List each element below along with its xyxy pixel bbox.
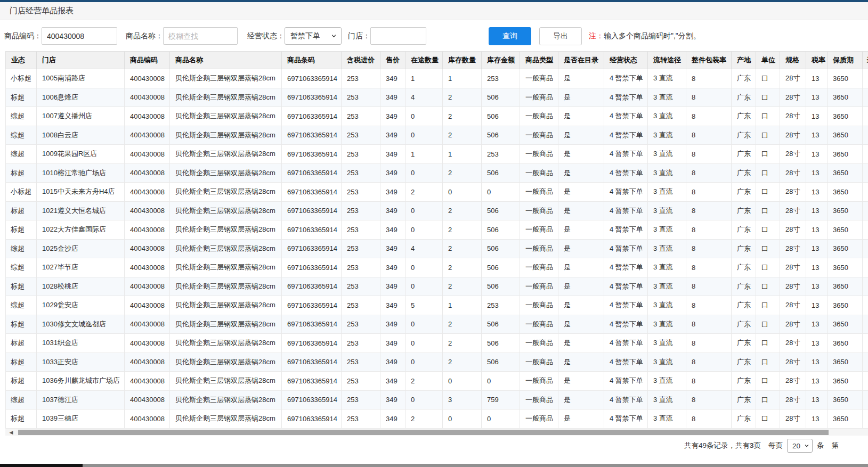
cell-in_transit: 0 [405,353,443,372]
product-code-input[interactable] [42,27,117,45]
scrollbar-thumb[interactable] [18,430,829,435]
cell-name: 贝伦斯企鹅三层钢双层蒸锅28cm [170,145,282,164]
col-header-unit: 单位 [756,52,780,69]
cell-tax: 13 [806,353,828,372]
cell-code: 400430008 [125,88,170,108]
cell-code: 400430008 [125,202,170,221]
cell-shelf_life: 3650 [828,277,863,297]
cell-type: 一般商品 [520,145,558,164]
cell-price: 349 [380,334,405,353]
cell-tax: 13 [806,409,828,429]
cell-cost: 253 [342,353,380,372]
cell-stock_qty: 2 [443,353,482,372]
cell-store: 1033正安店 [37,353,125,372]
cell-name: 贝伦斯企鹅三层钢双层蒸锅28cm [170,164,282,183]
window-scrollbar-thumb[interactable] [0,464,83,467]
cell-pack_rate: 8 [686,277,732,297]
export-button[interactable]: 导出 [539,27,582,45]
store-input[interactable] [370,27,426,45]
cell-shelf_life: 3650 [828,126,863,145]
cell-store: 1015中天未来方舟H4店 [37,183,125,202]
cell-tax: 13 [806,391,828,410]
cell-shelf_life: 3650 [828,296,863,315]
cell-origin: 广东 [732,183,756,202]
col-header-status: 经营状态 [604,52,648,69]
page-size-value: 20 [792,442,800,450]
cell-name: 贝伦斯企鹅三层钢双层蒸锅28cm [170,296,282,315]
cell-code: 400430008 [125,334,170,353]
cell-in_transit: 5 [405,296,443,315]
cell-channel: 3 直流 [648,315,686,334]
cell-clipped [863,107,868,126]
cell-unit: 口 [756,164,780,183]
cell-type: 一般商品 [520,164,558,183]
cell-stock_amt: 506 [482,88,520,108]
cell-pack_rate: 8 [686,88,732,108]
cell-cost: 253 [342,164,380,183]
cell-barcode: 6971063365914 [282,372,342,391]
cell-in_transit: 0 [405,202,443,221]
cell-unit: 口 [756,258,780,277]
cell-stock_amt: 0 [482,183,520,202]
report-table[interactable]: 业态门店商品编码商品名称商品条码含税进价售价在途数量库存数量库存金额商品类型是否… [5,51,868,436]
cell-yetai: 综超 [6,107,37,126]
cell-store: 1030修文文城逸都店 [37,315,125,334]
cell-pack_rate: 8 [686,334,732,353]
cell-type: 一般商品 [520,258,558,277]
table-row: 标超1030修文文城逸都店400430008贝伦斯企鹅三层钢双层蒸锅28cm69… [5,315,868,334]
cell-barcode: 6971063365914 [282,69,342,88]
table-row: 小标超1005南浦路店400430008贝伦斯企鹅三层钢双层蒸锅28cm6971… [5,69,868,88]
scroll-left-arrow-icon[interactable]: ◀ [7,429,15,436]
cell-type: 一般商品 [520,202,558,221]
cell-pack_rate: 8 [686,258,732,277]
cell-clipped [863,202,868,221]
table-row: 综超1009花果园R区店400430008贝伦斯企鹅三层钢双层蒸锅28cm697… [5,145,868,164]
cell-clipped [863,258,868,277]
cell-stock_amt: 506 [482,277,520,297]
window-horizontal-scrollbar[interactable] [0,464,868,467]
cell-stock_qty: 2 [443,220,482,240]
cell-in_catalog: 是 [558,258,604,277]
cell-origin: 广东 [732,353,756,372]
cell-in_transit: 0 [405,315,443,334]
cell-barcode: 6971063365914 [282,202,342,221]
cell-tax: 13 [806,315,828,334]
cell-barcode: 6971063365914 [282,391,342,410]
cell-code: 400430008 [125,69,170,88]
cell-price: 349 [380,126,405,145]
cell-status: 4 暂禁下单 [604,240,648,259]
cell-code: 400430008 [125,353,170,372]
cell-code: 400430008 [125,240,170,259]
cell-channel: 3 直流 [648,353,686,372]
status-select[interactable]: 暂禁下单 [285,27,342,45]
cell-stock_amt: 506 [482,107,520,126]
cell-yetai: 标超 [6,372,37,391]
query-button[interactable]: 查询 [489,27,531,45]
cell-cost: 253 [342,296,380,315]
cell-name: 贝伦斯企鹅三层钢双层蒸锅28cm [170,334,282,353]
cell-stock_qty: 2 [443,240,482,259]
cell-stock_amt: 506 [482,315,520,334]
cell-unit: 口 [756,315,780,334]
cell-status: 4 暂禁下单 [604,277,648,297]
cell-price: 349 [380,277,405,297]
table-horizontal-scrollbar[interactable]: ◀ [5,429,868,436]
cell-in_transit: 0 [405,391,443,410]
cell-spec: 28寸 [780,183,806,202]
cell-yetai: 标超 [6,88,37,108]
cell-barcode: 6971063365914 [282,409,342,429]
cell-spec: 28寸 [780,240,806,259]
cell-code: 400430008 [125,391,170,410]
cell-in_transit: 2 [405,409,443,429]
product-name-label: 商品名称： [126,31,163,41]
cell-clipped [863,296,868,315]
cell-shelf_life: 3650 [828,164,863,183]
cell-type: 一般商品 [520,126,558,145]
page-size-select[interactable]: 20 [787,439,813,453]
cell-cost: 253 [342,315,380,334]
cell-origin: 广东 [732,277,756,297]
product-name-input[interactable] [163,27,238,45]
cell-in_catalog: 是 [558,183,604,202]
cell-stock_amt: 506 [482,126,520,145]
cell-status: 4 暂禁下单 [604,183,648,202]
